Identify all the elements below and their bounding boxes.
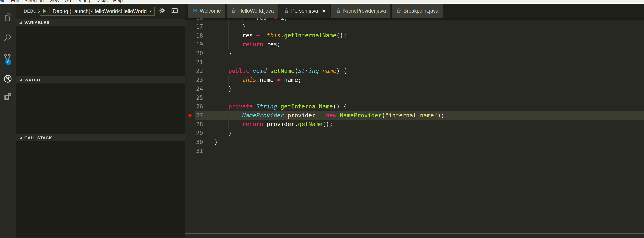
line-number[interactable]: 28 [185,121,203,128]
tab-bar: WelcomeHelloWorld.javaPerson.java×NamePr… [185,4,644,18]
line-number[interactable]: 26 [185,103,203,110]
line-number[interactable]: 21 [185,59,203,66]
code-text[interactable]: return res; [214,40,280,49]
code-text[interactable]: } [214,22,246,31]
code-line-24: 24 } [185,84,644,94]
variables-section-header[interactable]: VARIABLES [16,19,185,26]
code-line-19: 19 return res; [185,40,644,49]
code-text[interactable]: res += i; [214,18,288,22]
line-number[interactable]: 18 [185,32,203,39]
breakpoint-dot[interactable] [188,114,192,117]
files-icon[interactable] [3,12,12,22]
debug-icon[interactable] [3,74,12,84]
watch-section-body[interactable] [16,84,185,134]
line-number[interactable]: 31 [185,148,203,154]
menu-item-file[interactable]: File [0,0,6,4]
menu-item-selection[interactable]: Selection [24,0,44,4]
code-text[interactable]: res += this.getInternalName(); [214,31,347,40]
line-number[interactable]: 19 [185,41,203,48]
indent-guide [215,93,215,102]
vscode-logo-icon [192,8,198,14]
code-text[interactable]: } [214,138,218,146]
line-number[interactable]: 20 [185,50,203,57]
tab-person-java[interactable]: Person.java× [279,4,330,18]
section-title: CALL STACK [24,136,52,140]
code-text[interactable]: this.name = name; [214,76,302,84]
java-file-icon [336,8,341,14]
tab-label: HelloWorld.java [238,8,274,14]
tab-nameprovider-java[interactable]: NameProvider.java [331,4,390,18]
start-debug-button[interactable] [40,7,50,15]
menu-item-debug[interactable]: Debug [76,0,90,4]
callstack-section-body[interactable] [16,141,185,237]
line-number[interactable]: 25 [185,94,203,101]
code-line-18: 18 res += this.getInternalName(); [185,31,644,40]
line-number[interactable]: 29 [185,130,203,136]
debug-toolbar: DEBUG Debug (Launch)-HelloWorld<HelloWor… [16,4,185,19]
code-line-25: 25 [185,93,644,102]
line-number[interactable]: 27 [185,112,203,119]
line-number[interactable]: 17 [185,23,203,30]
menu-item-view[interactable]: View [49,0,59,4]
debug-console-button[interactable]: > [172,8,178,13]
code-line-30: 30} [185,138,644,146]
java-file-icon [284,8,289,14]
menu-item-tasks[interactable]: Tasks [96,0,108,4]
line-number[interactable]: 22 [185,68,203,74]
line-number[interactable]: 23 [185,76,203,83]
code-text[interactable]: } [214,49,232,58]
menu-item-edit[interactable]: Edit [11,0,19,4]
tab-label: NameProvider.java [343,8,386,14]
code-line-22: 22 public void setName(String name) { [185,66,644,76]
debug-panel-title: DEBUG [24,8,40,14]
chevron-down-icon: ▼ [147,10,154,13]
line-number[interactable]: 24 [185,86,203,92]
code-text[interactable]: private String getInternalName() { [214,102,347,111]
code-line-28: 28 return provider.getName(); [185,120,644,129]
launch-config-dropdown[interactable]: Debug (Launch)-HelloWorld<HelloWorld ▼ [40,7,155,16]
tab-welcome[interactable]: Welcome [188,4,225,18]
configure-gear-button[interactable] [160,8,165,14]
code-line-27: 27 NameProvider provider = new NameProvi… [185,111,644,120]
scm-changes-badge: 6 [5,59,11,65]
close-icon[interactable]: × [322,8,326,14]
vscode-window: FileEditSelectionViewGoDebugTasksHelp 6 … [0,0,644,238]
code-lines: 16 res += i;17 }18 res += this.getIntern… [185,18,644,155]
menu-bar: FileEditSelectionViewGoDebugTasksHelp [0,0,644,4]
code-line-23: 23 this.name = name; [185,76,644,84]
menu-item-help[interactable]: Help [113,0,123,4]
tab-label: Person.java [291,8,318,14]
launch-config-name: Debug (Launch)-HelloWorld<HelloWorld [50,8,147,14]
code-text[interactable]: public void setName(String name) { [214,66,347,76]
code-line-26: 26 private String getInternalName() { [185,102,644,111]
code-line-31: 31 [185,146,644,155]
code-text[interactable]: } [214,129,232,138]
section-title: WATCH [24,78,40,82]
line-number[interactable]: 16 [185,18,203,21]
tab-label: Breakpoint.java [404,8,438,14]
code-line-16: 16 res += i; [185,18,644,22]
extensions-icon[interactable] [3,92,12,101]
java-file-icon [231,8,236,14]
search-icon[interactable] [3,33,12,42]
activity-bar: 6 [0,4,16,238]
tab-breakpoint-java[interactable]: Breakpoint.java [392,4,443,18]
section-title: VARIABLES [24,20,49,25]
twistie-expanded-icon [19,136,22,139]
tab-helloworld-java[interactable]: HelloWorld.java [226,4,278,18]
line-number[interactable]: 30 [185,139,203,146]
code-text[interactable]: } [214,84,232,94]
code-line-29: 29 } [185,129,644,138]
twistie-expanded-icon [19,78,22,81]
code-text[interactable]: return provider.getName(); [214,120,333,129]
play-icon [43,9,46,13]
watch-section-header[interactable]: WATCH [16,76,185,84]
callstack-section-header[interactable]: CALL STACK [16,134,185,141]
menu-item-go[interactable]: Go [65,0,71,4]
code-line-20: 20 } [185,49,644,58]
twistie-expanded-icon [19,21,22,24]
variables-section-body[interactable] [16,26,185,76]
code-editor[interactable]: 16 res += i;17 }18 res += this.getIntern… [185,18,644,238]
debug-sidebar: DEBUG Debug (Launch)-HelloWorld<HelloWor… [16,4,185,238]
code-text[interactable]: NameProvider provider = new NameProvider… [214,111,444,120]
